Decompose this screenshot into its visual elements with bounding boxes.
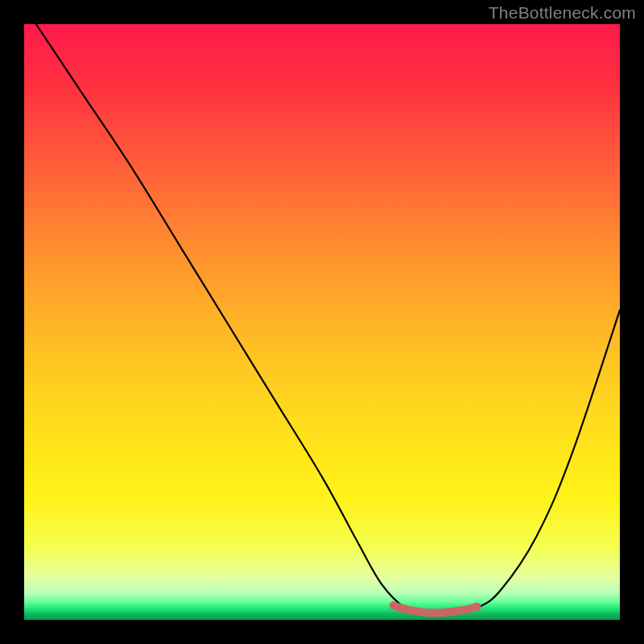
chart-frame: TheBottleneck.com xyxy=(0,0,644,644)
bottleneck-curve xyxy=(24,24,620,620)
minimum-marker-dot-left xyxy=(390,601,398,609)
curve-line xyxy=(36,24,620,615)
watermark-text: TheBottleneck.com xyxy=(489,3,636,23)
plot-area xyxy=(24,24,620,620)
minimum-marker xyxy=(394,605,477,613)
minimum-marker-dot-right xyxy=(473,603,481,611)
